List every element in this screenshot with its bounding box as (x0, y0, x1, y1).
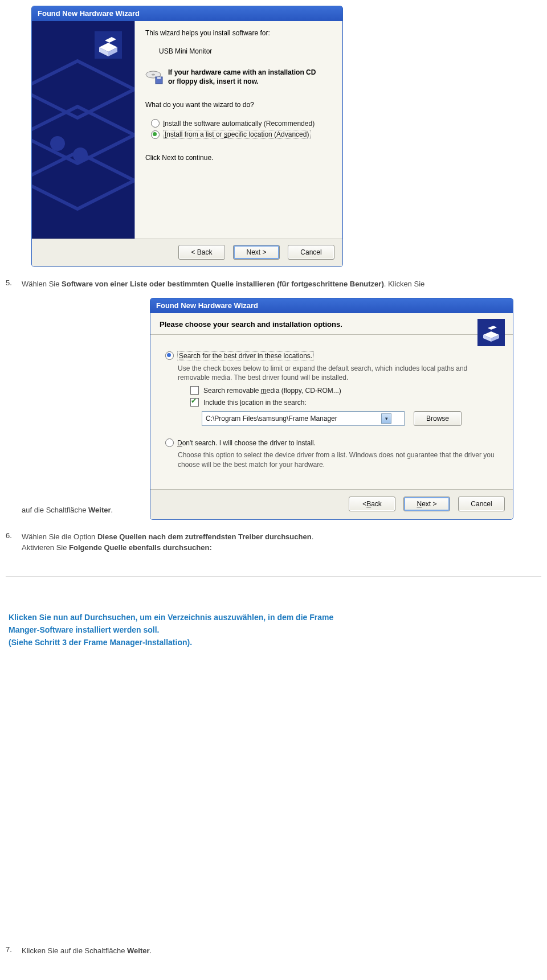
radio-icon (151, 119, 160, 128)
chevron-down-icon[interactable]: ▾ (381, 413, 391, 424)
radio-install-from-list[interactable]: Install from a list or specific location… (151, 130, 332, 139)
checkbox-include-location[interactable]: Include this location in the search: (190, 398, 498, 407)
step7-number: 7. (6, 945, 22, 957)
cancel-button[interactable]: Cancel (458, 497, 505, 511)
radio-install-auto[interactable]: Install the software automatically (Reco… (151, 119, 332, 128)
step7-text: Klicken Sie auf die Schaltfläche Weiter. (22, 945, 547, 957)
dialog1-intro: This wizard helps you install software f… (145, 29, 332, 37)
checkbox-icon-checked (190, 398, 199, 407)
opt2-description: Choose this option to select the device … (178, 450, 498, 470)
dialog1-titlebar: Found New Hardware Wizard (32, 6, 342, 21)
opt1-description: Use the check boxes below to limit or ex… (178, 364, 498, 383)
browse-button[interactable]: Browse (414, 411, 462, 426)
path-combobox[interactable]: C:\Program Files\samsung\Frame Manager ▾ (202, 411, 405, 426)
step5-continue-text: auf die Schaltfläche Weiter. (0, 506, 150, 514)
next-button[interactable]: Next > (233, 245, 280, 260)
cd-floppy-icon (145, 69, 164, 85)
dialog2-heading: Please choose your search and installati… (160, 320, 342, 329)
back-button[interactable]: < Back (178, 245, 225, 260)
step5-number: 5. (6, 278, 22, 290)
dialog1-cd-hint: If your hardware came with an installati… (168, 68, 316, 86)
svg-point-5 (152, 74, 155, 76)
wizard-dialog-2: Found New Hardware Wizard Please choose … (150, 298, 513, 520)
dialog1-sidebar-graphic (32, 21, 135, 239)
svg-point-2 (75, 149, 86, 161)
wizard-head-icon (477, 319, 505, 346)
radio-icon (165, 438, 174, 447)
wizard-dialog-1: Found New Hardware Wizard (31, 6, 343, 267)
step5-text: Wählen Sie Software von einer Liste oder… (22, 278, 547, 290)
checkbox-removable-media[interactable]: Search removable media (floppy, CD-ROM..… (190, 386, 498, 395)
radio-icon-selected (151, 130, 160, 139)
dialog1-click-next-text: Click Next to continue. (145, 154, 332, 162)
back-button[interactable]: < Back (349, 497, 395, 511)
path-value: C:\Program Files\samsung\Frame Manager (206, 415, 337, 423)
dialog1-device-name: USB Mini Monitor (159, 47, 332, 55)
checkbox-icon (190, 386, 199, 395)
divider (6, 576, 541, 577)
next-button[interactable]: Next > (403, 497, 450, 511)
step6-number: 6. (6, 531, 22, 553)
svg-point-1 (52, 138, 63, 149)
radio-search-best-driver[interactable]: Search for the best driver in these loca… (165, 351, 498, 360)
blue-note: Klicken Sie nun auf Durchsuchen, um ein … (9, 611, 547, 649)
dialog2-titlebar: Found New Hardware Wizard (150, 298, 513, 313)
step6-text: Wählen Sie die Option Diese Quellen nach… (22, 531, 547, 553)
radio-dont-search[interactable]: Don't search. I will choose the driver t… (165, 438, 498, 447)
cancel-button[interactable]: Cancel (288, 245, 334, 260)
svg-rect-7 (157, 77, 161, 79)
dialog1-question: What do you want the wizard to do? (145, 101, 332, 109)
radio-icon-selected (165, 351, 174, 360)
